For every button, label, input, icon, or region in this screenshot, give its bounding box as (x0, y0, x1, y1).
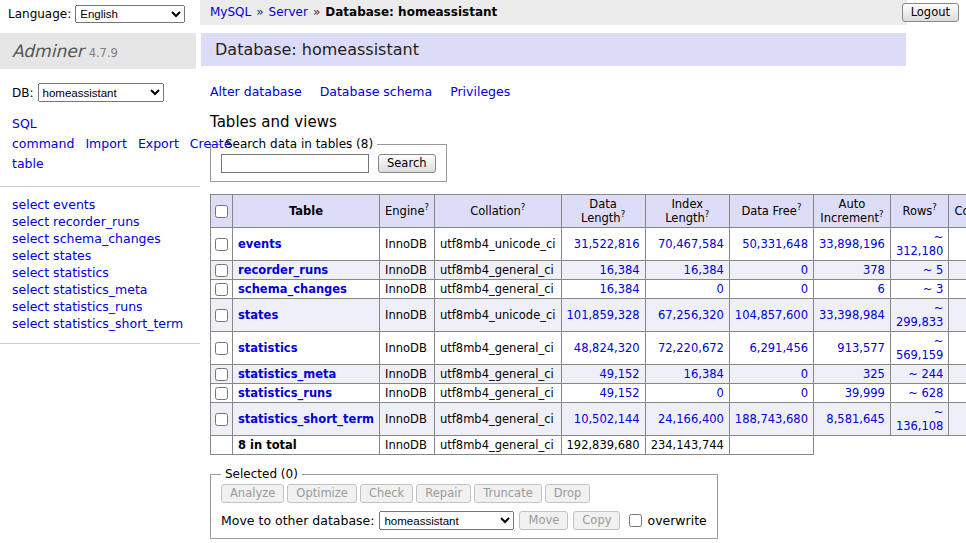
auto-increment-link[interactable]: 8,581,645 (826, 412, 885, 426)
auto-increment-link[interactable]: 39,999 (845, 386, 885, 400)
index-length-link[interactable]: 70,467,584 (658, 237, 724, 251)
row-checkbox[interactable] (215, 283, 228, 296)
auto-increment-link[interactable]: 378 (863, 263, 885, 277)
data-free-link[interactable]: 0 (801, 282, 808, 296)
database-action-link[interactable]: Privileges (450, 84, 510, 99)
table-name-link[interactable]: statistics_runs (238, 386, 332, 400)
table-name-link[interactable]: schema_changes (238, 282, 347, 296)
move-button[interactable]: Move (519, 511, 568, 530)
rows-count-link[interactable]: ~ 5 (923, 263, 944, 277)
sidebar-select-link[interactable]: select statistics (12, 264, 188, 281)
row-checkbox[interactable] (215, 238, 228, 251)
search-button[interactable]: Search (378, 154, 436, 173)
language-select[interactable]: English (75, 5, 185, 23)
data-free-link[interactable]: 0 (801, 386, 808, 400)
help-marker-icon[interactable]: ? (797, 202, 802, 212)
sidebar-select-link[interactable]: select recorder_runs (12, 213, 188, 230)
overwrite-checkbox[interactable] (629, 514, 642, 527)
row-checkbox[interactable] (215, 387, 228, 400)
sidebar-nav-link[interactable]: Export (138, 136, 179, 151)
rows-count-link[interactable]: ~ 312,180 (896, 230, 944, 258)
table-name-link[interactable]: states (238, 308, 278, 322)
copy-button[interactable]: Copy (573, 511, 620, 530)
drop-button[interactable]: Drop (545, 484, 591, 503)
optimize-button[interactable]: Optimize (287, 484, 357, 503)
db-select[interactable]: homeassistant (38, 83, 164, 102)
row-checkbox[interactable] (215, 368, 228, 381)
sidebar-select-link[interactable]: select statistics_runs (12, 298, 188, 315)
data-length-link[interactable]: 49,152 (599, 367, 639, 381)
row-checkbox[interactable] (215, 342, 228, 355)
rows-count-link[interactable]: ~ 299,833 (896, 301, 944, 329)
table-name-link[interactable]: statistics_short_term (238, 412, 374, 426)
data-free-link[interactable]: 0 (801, 367, 808, 381)
data-free-link[interactable]: 188,743,680 (735, 412, 808, 426)
search-input[interactable] (221, 154, 369, 173)
rows-count-link[interactable]: ~ 244 (908, 367, 943, 381)
auto-increment-link[interactable]: 325 (863, 367, 885, 381)
index-length-link[interactable]: 16,384 (684, 263, 724, 277)
database-action-link[interactable]: Alter database (210, 84, 302, 99)
sidebar-select-link[interactable]: select events (12, 196, 188, 213)
breadcrumb-link-server-type[interactable]: MySQL (210, 5, 251, 19)
sidebar-select-link[interactable]: select statistics_short_term (12, 315, 188, 332)
check-button[interactable]: Check (360, 484, 413, 503)
data-free-cell: 0 (729, 280, 813, 299)
rows-count-link[interactable]: ~ 136,108 (896, 405, 944, 433)
index-length-link[interactable]: 0 (717, 282, 724, 296)
rows-count-cell: ~ 3 (890, 280, 949, 299)
data-free-link[interactable]: 50,331,648 (742, 237, 808, 251)
data-length-link[interactable]: 48,824,320 (574, 341, 640, 355)
auto-increment-link[interactable]: 6 (878, 282, 885, 296)
data-free-link[interactable]: 0 (801, 263, 808, 277)
auto-increment-link[interactable]: 33,898,196 (819, 237, 885, 251)
truncate-button[interactable]: Truncate (474, 484, 542, 503)
rows-count-link[interactable]: ~ 628 (908, 386, 943, 400)
row-checkbox[interactable] (215, 413, 228, 426)
row-checkbox[interactable] (215, 264, 228, 277)
index-length-link[interactable]: 24,166,400 (658, 412, 724, 426)
data-free-link[interactable]: 6,291,456 (749, 341, 808, 355)
analyze-button[interactable]: Analyze (221, 484, 284, 503)
rows-count-link[interactable]: ~ 3 (923, 282, 944, 296)
sidebar-select-link[interactable]: select states (12, 247, 188, 264)
data-free-cell: 0 (729, 365, 813, 384)
move-db-select[interactable]: homeassistant (379, 511, 514, 530)
help-marker-icon[interactable]: ? (705, 209, 710, 219)
repair-button[interactable]: Repair (416, 484, 471, 503)
table-name-link[interactable]: events (238, 237, 282, 251)
table-name-link[interactable]: statistics_meta (238, 367, 336, 381)
table-name-link[interactable]: statistics (238, 341, 298, 355)
index-length-link[interactable]: 16,384 (684, 367, 724, 381)
sidebar-nav-link[interactable]: SQL command (12, 116, 74, 151)
help-marker-icon[interactable]: ? (521, 202, 526, 212)
table-name-link[interactable]: recorder_runs (238, 263, 328, 277)
row-checkbox[interactable] (215, 309, 228, 322)
index-length-link[interactable]: 67,256,320 (658, 308, 724, 322)
data-length-link[interactable]: 101,859,328 (567, 308, 640, 322)
help-marker-icon[interactable]: ? (424, 202, 429, 212)
help-marker-icon[interactable]: ? (621, 209, 626, 219)
database-action-link[interactable]: Database schema (320, 84, 432, 99)
select-all-cell (211, 195, 233, 228)
rows-count-link[interactable]: ~ 569,159 (896, 334, 944, 362)
logout-button[interactable]: Logout (902, 3, 959, 22)
sidebar-select-link[interactable]: select schema_changes (12, 230, 188, 247)
sidebar-nav-link[interactable]: Import (85, 136, 127, 151)
help-marker-icon[interactable]: ? (879, 209, 884, 219)
engine-cell: InnoDB (380, 228, 435, 261)
select-all-checkbox[interactable] (215, 205, 228, 218)
auto-increment-link[interactable]: 33,398,984 (819, 308, 885, 322)
data-length-link[interactable]: 49,152 (599, 386, 639, 400)
data-length-link[interactable]: 10,502,144 (574, 412, 640, 426)
data-length-link[interactable]: 16,384 (599, 263, 639, 277)
index-length-link[interactable]: 72,220,672 (658, 341, 724, 355)
breadcrumb-link-server[interactable]: Server (269, 5, 308, 19)
data-length-link[interactable]: 16,384 (599, 282, 639, 296)
data-free-link[interactable]: 104,857,600 (735, 308, 808, 322)
auto-increment-link[interactable]: 913,577 (837, 341, 885, 355)
help-marker-icon[interactable]: ? (932, 202, 937, 212)
index-length-link[interactable]: 0 (717, 386, 724, 400)
data-length-link[interactable]: 31,522,816 (574, 237, 640, 251)
sidebar-select-link[interactable]: select statistics_meta (12, 281, 188, 298)
